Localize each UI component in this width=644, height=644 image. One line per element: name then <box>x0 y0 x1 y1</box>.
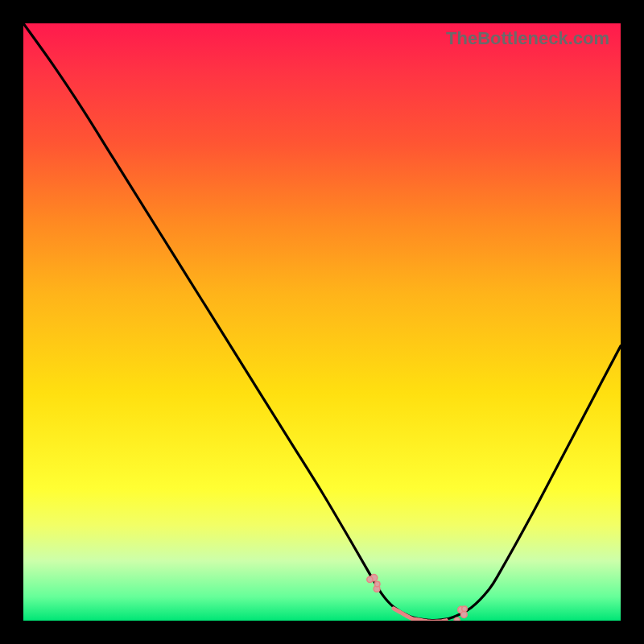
chart-frame: TheBottleneck.com <box>0 0 644 644</box>
plateau-highlight <box>394 609 446 621</box>
plot-area: TheBottleneck.com <box>23 23 621 621</box>
marker-dot <box>370 575 377 581</box>
marker-dot <box>461 612 468 618</box>
curve-svg <box>23 23 621 621</box>
marker-dot <box>374 586 380 592</box>
marker-dot <box>374 581 380 587</box>
bottleneck-curve <box>23 23 621 621</box>
marker-dot <box>462 606 468 612</box>
marker-dot <box>458 606 464 613</box>
watermark-text: TheBottleneck.com <box>446 28 609 49</box>
marker-dots <box>367 575 468 621</box>
marker-dot <box>454 617 460 621</box>
marker-dot <box>367 576 373 582</box>
